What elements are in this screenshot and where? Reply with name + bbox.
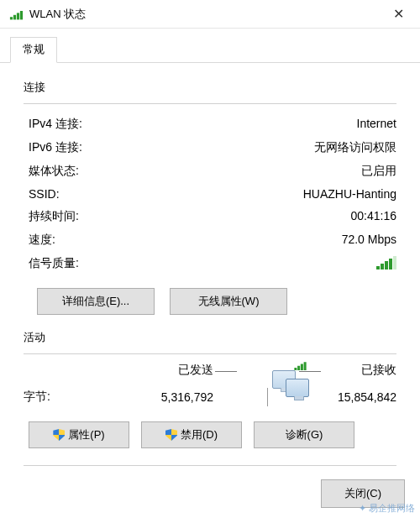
ipv4-label: IPv4 连接: (29, 117, 357, 132)
divider (267, 388, 268, 406)
watermark-icon: ✦ (359, 503, 366, 514)
wifi-icon (10, 8, 23, 19)
bytes-label: 字节: (24, 390, 138, 405)
duration-label: 持续时间: (29, 209, 351, 224)
activity-section: 已发送 —— —— 已接收 字节: 5,316,792 15,854,842 (24, 363, 396, 406)
watermark: ✦ 易企推网络 (359, 502, 415, 515)
ipv6-label: IPv6 连接: (29, 140, 314, 155)
close-icon[interactable]: ✕ (381, 3, 415, 26)
properties-button-label: 属性(P) (68, 427, 104, 442)
activity-buttons: 属性(P) 禁用(D) 诊断(G) (29, 421, 396, 448)
connection-section: IPv4 连接: Internet IPv6 连接: 无网络访问权限 媒体状态:… (29, 112, 396, 315)
bytes-sent: 5,316,792 (138, 390, 213, 404)
wireless-properties-button[interactable]: 无线属性(W) (170, 288, 287, 315)
row-quality: 信号质量: (29, 252, 396, 276)
row-media: 媒体状态: 已启用 (29, 160, 396, 183)
dash-left: —— (213, 364, 237, 377)
duration-value: 00:41:16 (351, 209, 397, 224)
title-bar: WLAN 状态 ✕ (0, 0, 420, 29)
tab-strip: 常规 (0, 29, 420, 63)
ssid-value: HUAZHU-Hanting (303, 187, 396, 201)
quality-label: 信号质量: (29, 256, 376, 272)
ipv4-value: Internet (357, 117, 396, 132)
diagnose-button-label: 诊断(G) (286, 427, 323, 442)
ssid-label: SSID: (29, 187, 303, 201)
row-duration: 持续时间: 00:41:16 (29, 205, 396, 228)
sent-label: 已发送 (138, 363, 213, 378)
row-speed: 速度: 72.0 Mbps (29, 228, 396, 252)
activity-heading: 活动 (24, 330, 396, 345)
ipv6-value: 无网络访问权限 (314, 140, 396, 155)
content-pane: 连接 IPv4 连接: Internet IPv6 连接: 无网络访问权限 媒体… (0, 63, 420, 474)
media-value: 已启用 (361, 164, 396, 179)
speed-label: 速度: (29, 233, 342, 248)
shield-icon (165, 429, 177, 441)
media-label: 媒体状态: (29, 164, 361, 179)
recv-label: 已接收 (321, 363, 396, 378)
window-title: WLAN 状态 (29, 7, 381, 22)
disable-button[interactable]: 禁用(D) (141, 421, 242, 448)
signal-bars-icon (376, 256, 396, 269)
diagnose-button[interactable]: 诊断(G) (254, 421, 354, 448)
watermark-text: 易企推网络 (369, 502, 415, 515)
speed-value: 72.0 Mbps (342, 233, 396, 248)
connection-heading: 连接 (24, 80, 396, 95)
bytes-recv: 15,854,842 (321, 390, 396, 404)
row-ipv6: IPv6 连接: 无网络访问权限 (29, 136, 396, 160)
properties-button[interactable]: 属性(P) (29, 421, 129, 448)
connection-buttons: 详细信息(E)... 无线属性(W) (37, 288, 396, 315)
quality-value (376, 256, 396, 272)
disable-button-label: 禁用(D) (181, 427, 218, 442)
tab-general[interactable]: 常规 (10, 37, 57, 63)
details-button[interactable]: 详细信息(E)... (37, 288, 155, 315)
row-ssid: SSID: HUAZHU-Hanting (29, 183, 396, 205)
row-ipv4: IPv4 连接: Internet (29, 112, 396, 136)
shield-icon (53, 429, 65, 441)
